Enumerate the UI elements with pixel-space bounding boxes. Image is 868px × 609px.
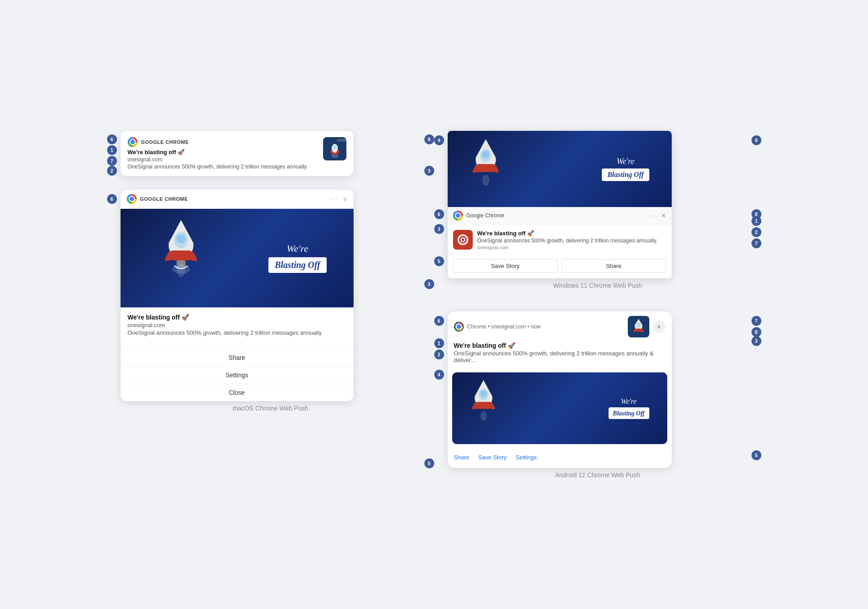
android-notification: Chrome • onesignal.com • now ∧ [448, 311, 672, 468]
settings-button-android[interactable]: Settings [516, 452, 537, 462]
save-story-button-android[interactable]: Save Story [478, 452, 507, 462]
android-chrome-icon [454, 322, 464, 332]
windows-notification: We're Blasting Off Google Chrome ··· ✕ [448, 131, 672, 278]
android-body: We're blasting off 🚀 OneSignal announces… [448, 340, 672, 372]
win11-app-icon [453, 230, 473, 250]
android-title: We're blasting off 🚀 [454, 342, 665, 349]
android-expand-icon[interactable]: ∧ [653, 320, 665, 333]
macos-column: 6 1 7 2 8 3 GOOGLE CHROME We're blasting… [121, 131, 421, 479]
android-hero-image: We're Blasting Off [452, 372, 667, 444]
right-column: 4 9 6 1 3 2 7 8 5 [448, 131, 748, 479]
chrome-icon-win [453, 211, 463, 220]
win11-content: We're blasting off 🚀 OneSignal announces… [448, 225, 672, 255]
svg-rect-20 [636, 328, 641, 332]
win11-app-name: Google Chrome [466, 212, 647, 219]
badge-4-win: 4 [434, 135, 444, 145]
hero-image-macos: We're Blasting Off [121, 209, 354, 307]
macos-caption: macOS Chrome Web Push [121, 405, 421, 412]
macos-small-notification: GOOGLE CHROME We're blasting off 🚀 onesi… [121, 131, 354, 176]
win11-app-bar: Google Chrome ··· ✕ [448, 207, 672, 225]
macos-large-desc: OneSignal announces 500% growth, deliver… [128, 329, 346, 336]
win11-blasting-off-text: Blasting Off [607, 171, 643, 178]
macos-large-notification: GOOGLE CHROME ··· ∨ [121, 190, 354, 401]
macos-action-buttons: Share Settings Close [121, 349, 354, 401]
badge-6: 6 [107, 134, 117, 144]
android-actions: Share Save Story Settings [448, 449, 672, 468]
macos-large-title: We're blasting off 🚀 [128, 314, 346, 321]
rocket-android-hero-icon [466, 377, 501, 422]
badge-5-android: 5 [751, 450, 761, 460]
svg-point-19 [636, 322, 641, 328]
badge-7-android: 7 [751, 316, 761, 326]
win11-blasting-text: We're Blasting Off [602, 157, 649, 181]
svg-rect-5 [337, 150, 339, 153]
win11-desc: OneSignal announces 500% growth, deliver… [477, 238, 658, 244]
badge-1-android: 1 [434, 338, 444, 348]
android-blasting-text: We're Blasting Off [609, 397, 649, 419]
svg-point-8 [177, 234, 186, 243]
rocket-hero-icon [156, 216, 206, 278]
win11-actions: Save Story Share [448, 255, 672, 278]
close-button-macos[interactable]: Close [121, 384, 354, 401]
win11-close-icon[interactable]: ✕ [661, 212, 666, 219]
save-story-button-win[interactable]: Save Story [453, 259, 558, 273]
blasting-off-text: Blasting Off [275, 260, 320, 270]
badge-3-large: 3 [424, 279, 434, 289]
android-app-meta: Chrome • onesignal.com • now [467, 324, 624, 330]
badge-8-small: 8 [424, 134, 434, 144]
badge-2-android: 2 [434, 350, 444, 359]
badge-8-win: 8 [751, 209, 761, 219]
notification-content: GOOGLE CHROME We're blasting off 🚀 onesi… [128, 137, 318, 170]
share-button-android[interactable]: Share [454, 452, 470, 462]
notif-body-small: OneSignal announces 500% growth, deliver… [128, 164, 318, 170]
win11-text-block: We're blasting off 🚀 OneSignal announces… [477, 230, 658, 250]
chrome-icon-large [127, 194, 137, 204]
win11-were-text: We're [602, 157, 649, 166]
svg-point-13 [482, 151, 489, 158]
svg-rect-9 [171, 251, 191, 260]
svg-point-22 [480, 390, 486, 397]
android-off-badge: Blasting Off [609, 407, 649, 419]
chevron-down-icon[interactable]: ∨ [343, 195, 347, 203]
svg-point-18 [462, 238, 464, 241]
options-dots[interactable]: ··· [330, 195, 339, 203]
share-button-macos[interactable]: Share [121, 349, 354, 367]
badge-6-large: 6 [107, 194, 117, 204]
chrome-icon-small [128, 137, 138, 147]
android-were-text: We're [609, 397, 649, 406]
win11-options-dots[interactable]: ··· [651, 212, 657, 219]
android-desc: OneSignal announces 500% growth, deliver… [454, 350, 665, 363]
badge-5-win: 5 [434, 256, 444, 266]
macos-large-body: We're blasting off 🚀 onesignal.com OneSi… [121, 307, 354, 349]
notification-time: now [337, 137, 346, 143]
share-button-win[interactable]: Share [561, 259, 666, 273]
badge-7-small: 7 [107, 156, 117, 166]
badge-3-win: 3 [434, 224, 444, 234]
windows-caption: Windows 11 Chrome Web Push [448, 282, 748, 289]
svg-point-15 [482, 174, 489, 186]
onesignal-icon [457, 233, 469, 246]
app-header: GOOGLE CHROME [128, 137, 318, 147]
svg-point-24 [480, 411, 486, 420]
badge-1-small: 1 [107, 145, 117, 155]
android-thumbnail [628, 316, 649, 337]
blasting-text: We're Blasting Off [268, 243, 326, 273]
badge-4-android: 4 [434, 370, 444, 380]
app-name-small: GOOGLE CHROME [141, 139, 189, 145]
chrome-icon-android [455, 323, 463, 331]
win11-url: onesignal.com [477, 245, 658, 250]
android-section: 7 8 6 3 1 2 4 5 Chrome • onesignal.com [448, 311, 748, 479]
badge-3-small: 3 [424, 166, 434, 176]
macos-large-section: 6 3 5 GOOGLE CHROME ··· ∨ [121, 190, 421, 412]
badge-9-win: 9 [751, 135, 761, 145]
svg-rect-4 [330, 150, 333, 153]
win11-title: We're blasting off 🚀 [477, 230, 658, 237]
macos-small-section: 6 1 7 2 8 3 GOOGLE CHROME We're blasting… [121, 131, 421, 176]
settings-button-macos[interactable]: Settings [121, 367, 354, 384]
macos-app-bar: GOOGLE CHROME ··· ∨ [121, 190, 354, 209]
badge-2-small: 2 [107, 166, 117, 176]
android-blasting-off-text: Blasting Off [613, 410, 645, 417]
svg-point-11 [177, 263, 186, 277]
rocket-win11-icon [466, 135, 506, 187]
windows-section: 4 9 6 1 3 2 7 8 5 [448, 131, 748, 289]
